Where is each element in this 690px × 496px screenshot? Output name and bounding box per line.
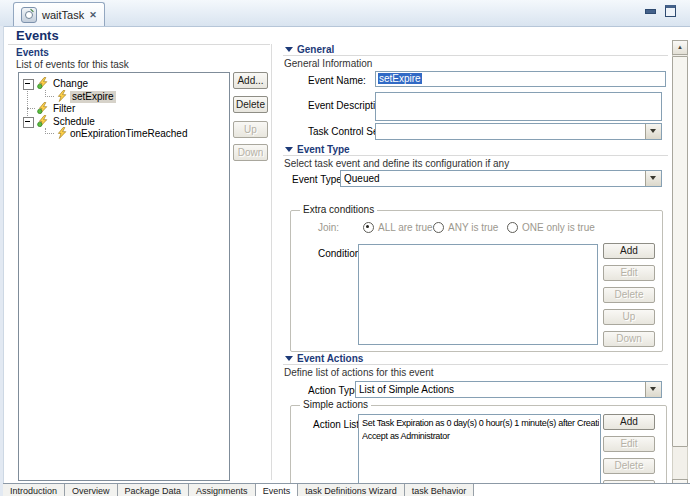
scroll-up-icon[interactable]: ▲ bbox=[672, 40, 688, 55]
dropdown-arrow-icon[interactable] bbox=[645, 382, 661, 397]
event-name-input[interactable]: setExpire bbox=[375, 71, 666, 87]
editor-left-margin bbox=[0, 26, 4, 496]
condition-up-button: Up bbox=[603, 309, 655, 325]
tab-introduction[interactable]: Introduction bbox=[3, 484, 65, 496]
tab-assignments[interactable]: Assignments bbox=[189, 484, 256, 496]
tree-item-label: Filter bbox=[53, 103, 75, 115]
close-icon[interactable]: ✕ bbox=[89, 10, 97, 20]
section-divider bbox=[283, 55, 668, 56]
edit-condition-button: Edit bbox=[603, 265, 655, 281]
dropdown-arrow-icon[interactable] bbox=[645, 171, 661, 186]
delete-condition-button: Delete bbox=[603, 287, 655, 303]
section-divider bbox=[283, 364, 668, 365]
move-down-button: Down bbox=[233, 144, 268, 161]
radio-one-label: ONE only is true bbox=[522, 222, 595, 233]
events-section-description: List of events for this task bbox=[16, 59, 129, 70]
condition-down-button: Down bbox=[603, 331, 655, 347]
left-section-divider bbox=[8, 44, 270, 45]
event-actions-section-description: Define list of actions for this event bbox=[284, 367, 434, 378]
add-action-button[interactable]: Add bbox=[603, 414, 655, 430]
event-type-section-title: Event Type bbox=[297, 144, 350, 155]
edit-action-button: Edit bbox=[603, 436, 655, 452]
add-condition-button[interactable]: Add bbox=[603, 243, 655, 259]
event-name-value: setExpire bbox=[378, 73, 422, 84]
event-type-select[interactable]: Queued bbox=[340, 170, 662, 187]
section-divider bbox=[283, 155, 668, 156]
simple-actions-group-label: Simple actions bbox=[300, 399, 371, 410]
editor-tab-bar: waitTask ✕ bbox=[0, 0, 690, 27]
event-category-icon bbox=[37, 102, 49, 114]
delete-action-button: Delete bbox=[603, 458, 655, 474]
general-section-title: General bbox=[297, 44, 334, 55]
page-tab-bar: IntroductionOverviewPackage DataAssignme… bbox=[3, 483, 690, 496]
radio-all-are-true bbox=[363, 222, 374, 233]
event-actions-section-title: Event Actions bbox=[297, 353, 363, 364]
tab-task-definitions-wizard[interactable]: task Definitions Wizard bbox=[298, 484, 405, 496]
action-list-label: Action List: bbox=[313, 419, 362, 430]
editor-tab-label: waitTask bbox=[42, 9, 84, 21]
tree-item-change[interactable]: Change bbox=[19, 77, 227, 90]
maximize-icon[interactable] bbox=[665, 5, 676, 17]
events-tree[interactable]: Change setExpire Filter Schedule bbox=[18, 72, 230, 481]
collapse-toggle-icon[interactable] bbox=[23, 79, 34, 90]
radio-any-is-true bbox=[433, 222, 444, 233]
page-title: Events bbox=[16, 28, 59, 43]
tab-task-behavior[interactable]: task Behavior bbox=[405, 484, 475, 496]
add-event-button[interactable]: Add... bbox=[233, 72, 268, 89]
task-editor-icon bbox=[21, 7, 37, 23]
event-type-value: Queued bbox=[344, 172, 643, 185]
general-section-description: General Information bbox=[284, 58, 372, 69]
task-control-set-select[interactable] bbox=[375, 123, 662, 140]
delete-event-button[interactable]: Delete bbox=[233, 96, 268, 113]
scrollbar-thumb[interactable] bbox=[672, 56, 688, 447]
pane-divider bbox=[271, 44, 272, 480]
extra-conditions-group-label: Extra conditions bbox=[300, 204, 377, 215]
tree-item-label: Schedule bbox=[53, 116, 95, 128]
radio-all-label: ALL are true bbox=[378, 222, 433, 233]
event-handler-icon bbox=[56, 127, 68, 139]
dropdown-arrow-icon[interactable] bbox=[645, 124, 661, 139]
event-category-icon bbox=[37, 77, 49, 89]
conditions-list[interactable] bbox=[358, 244, 598, 345]
move-up-button: Up bbox=[233, 121, 268, 138]
action-list-item[interactable]: Accept as Administrator bbox=[362, 430, 599, 443]
tab-events[interactable]: Events bbox=[256, 484, 299, 496]
event-category-icon bbox=[37, 115, 49, 127]
event-type-label: Event Type: bbox=[292, 174, 345, 185]
tree-item-label: onExpirationTimeReached bbox=[70, 128, 187, 140]
minimize-icon[interactable] bbox=[645, 9, 656, 14]
radio-one-only-is-true bbox=[507, 222, 518, 233]
action-list-item[interactable]: Set Task Expiration as 0 day(s) 0 hour(s… bbox=[362, 417, 599, 430]
event-type-section-description: Select task event and define its configu… bbox=[284, 158, 509, 169]
tree-item-label: setExpire bbox=[70, 91, 116, 103]
tree-item-label: Change bbox=[53, 78, 88, 90]
events-section-title: Events bbox=[16, 47, 49, 58]
tree-item-onexpirationtimereached[interactable]: onExpirationTimeReached bbox=[19, 127, 227, 140]
task-control-set-label: Task Control Set bbox=[308, 126, 381, 137]
action-type-value: List of Simple Actions bbox=[359, 383, 643, 396]
tab-overview[interactable]: Overview bbox=[65, 484, 118, 496]
tab-package-data[interactable]: Package Data bbox=[118, 484, 190, 496]
event-description-input[interactable] bbox=[375, 92, 662, 121]
editor-tab-waittask[interactable]: waitTask ✕ bbox=[13, 2, 105, 26]
join-label: Join: bbox=[318, 222, 339, 233]
event-name-label: Event Name: bbox=[308, 75, 366, 86]
task-editor-window: waitTask ✕ Events Events List of events … bbox=[0, 0, 690, 496]
radio-any-label: ANY is true bbox=[448, 222, 498, 233]
event-handler-icon bbox=[56, 90, 68, 102]
action-type-select[interactable]: List of Simple Actions bbox=[355, 381, 662, 398]
tree-item-filter[interactable]: Filter bbox=[19, 102, 227, 115]
